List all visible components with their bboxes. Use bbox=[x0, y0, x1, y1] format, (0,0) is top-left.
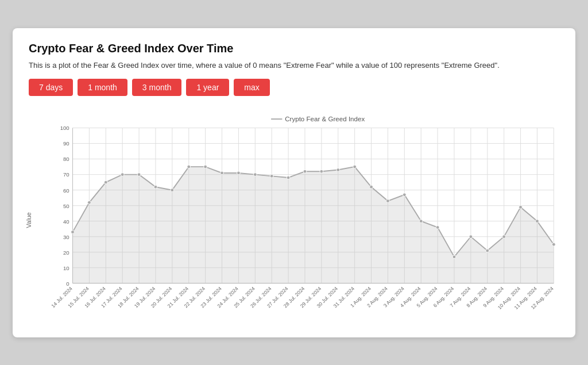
svg-point-107 bbox=[419, 219, 423, 222]
svg-text:10: 10 bbox=[63, 264, 69, 271]
svg-text:50: 50 bbox=[63, 202, 69, 209]
chart-area: Value Crypto Fear & Greed Index010203040… bbox=[29, 107, 559, 326]
svg-text:90: 90 bbox=[63, 140, 69, 147]
svg-point-110 bbox=[469, 235, 473, 238]
page-title: Crypto Fear & Greed Index Over Time bbox=[29, 42, 559, 55]
svg-point-111 bbox=[486, 249, 489, 252]
svg-point-91 bbox=[154, 185, 157, 189]
btn-max[interactable]: max bbox=[234, 79, 269, 96]
svg-text:30: 30 bbox=[63, 233, 69, 240]
page-description: This is a plot of the Fear & Greed Index… bbox=[29, 61, 559, 70]
svg-point-112 bbox=[502, 235, 506, 238]
y-axis-label: Value bbox=[25, 212, 32, 228]
svg-text:80: 80 bbox=[63, 156, 69, 162]
svg-point-86 bbox=[71, 230, 75, 233]
btn-1-year[interactable]: 1 year bbox=[186, 79, 229, 96]
svg-text:40: 40 bbox=[63, 218, 69, 224]
svg-point-94 bbox=[204, 165, 207, 168]
svg-point-104 bbox=[370, 185, 373, 189]
svg-point-99 bbox=[287, 176, 290, 179]
main-card: Crypto Fear & Greed Index Over Time This… bbox=[13, 28, 575, 337]
svg-point-96 bbox=[237, 171, 241, 175]
svg-point-95 bbox=[220, 171, 224, 175]
svg-text:20: 20 bbox=[63, 249, 69, 255]
svg-point-88 bbox=[104, 180, 107, 184]
svg-text:Crypto Fear & Greed Index: Crypto Fear & Greed Index bbox=[285, 115, 365, 122]
svg-point-114 bbox=[536, 219, 539, 222]
svg-point-90 bbox=[137, 172, 141, 176]
svg-point-103 bbox=[353, 165, 357, 168]
svg-point-115 bbox=[552, 243, 555, 246]
btn-7-days[interactable]: 7 days bbox=[29, 79, 73, 96]
svg-point-102 bbox=[336, 168, 340, 171]
btn-1-month[interactable]: 1 month bbox=[78, 79, 127, 96]
svg-point-93 bbox=[187, 165, 191, 168]
svg-point-113 bbox=[519, 205, 523, 209]
svg-point-105 bbox=[386, 199, 390, 202]
svg-text:70: 70 bbox=[63, 171, 69, 178]
svg-point-98 bbox=[270, 174, 273, 178]
chart-svg: Crypto Fear & Greed Index010203040506070… bbox=[49, 107, 559, 326]
svg-point-100 bbox=[303, 170, 307, 173]
btn-3-month[interactable]: 3 month bbox=[132, 79, 182, 96]
time-range-buttons: 7 days1 month3 month1 yearmax bbox=[29, 79, 559, 96]
svg-point-101 bbox=[320, 170, 323, 173]
svg-text:100: 100 bbox=[60, 125, 69, 131]
svg-point-97 bbox=[253, 172, 257, 176]
svg-point-108 bbox=[436, 225, 439, 229]
svg-point-106 bbox=[403, 193, 406, 196]
svg-point-109 bbox=[452, 255, 456, 258]
svg-point-87 bbox=[88, 201, 91, 204]
svg-text:60: 60 bbox=[63, 187, 69, 193]
svg-point-89 bbox=[121, 172, 124, 176]
svg-point-92 bbox=[171, 188, 174, 191]
